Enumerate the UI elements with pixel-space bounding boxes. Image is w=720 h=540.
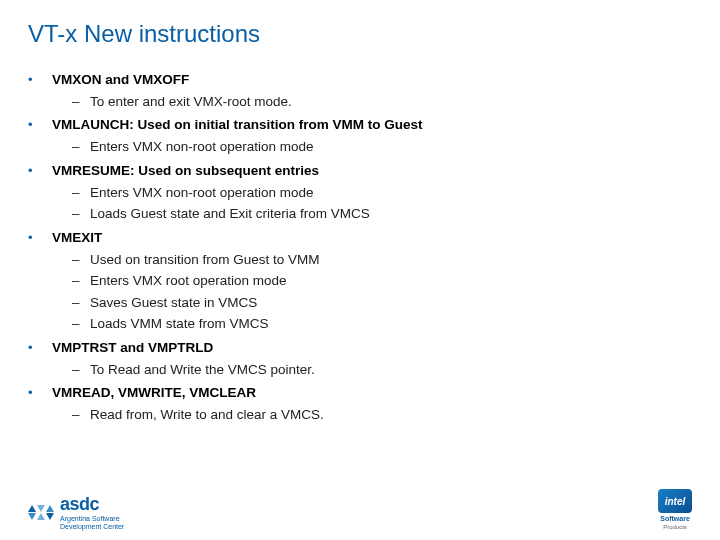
asdc-text: asdc Argentina Software Development Cent…: [60, 494, 124, 530]
sub-text: Loads VMM state from VMCS: [90, 314, 269, 334]
footer: asdc Argentina Software Development Cent…: [0, 489, 720, 530]
sub-text: To enter and exit VMX-root mode.: [90, 92, 292, 112]
item-head: VMRESUME: Used on subsequent entries: [52, 161, 319, 181]
bullet-icon: •: [28, 115, 52, 135]
asdc-logo-block: asdc Argentina Software Development Cent…: [28, 494, 124, 530]
asdc-triangles-icon: [28, 505, 54, 520]
slide-title: VT-x New instructions: [28, 20, 692, 48]
sub-item: –Enters VMX non-root operation mode: [28, 183, 692, 203]
item-head: VMXON and VMXOFF: [52, 70, 189, 90]
sub-item: –Enters VMX non-root operation mode: [28, 137, 692, 157]
sub-text: Read from, Write to and clear a VMCS.: [90, 405, 324, 425]
sub-text: Used on transition from Guest to VMM: [90, 250, 320, 270]
sub-text: To Read and Write the VMCS pointer.: [90, 360, 315, 380]
sub-item: –To Read and Write the VMCS pointer.: [28, 360, 692, 380]
dash-icon: –: [72, 183, 90, 203]
intel-sub: Software: [660, 515, 690, 522]
content-list: • VMXON and VMXOFF –To enter and exit VM…: [28, 70, 692, 425]
sub-item: –To enter and exit VMX-root mode.: [28, 92, 692, 112]
dash-icon: –: [72, 293, 90, 313]
bullet-icon: •: [28, 70, 52, 90]
dash-icon: –: [72, 405, 90, 425]
sub-text: Enters VMX root operation mode: [90, 271, 287, 291]
list-item: • VMLAUNCH: Used on initial transition f…: [28, 115, 692, 135]
item-head: VMPTRST and VMPTRLD: [52, 338, 213, 358]
intel-sub2: Products: [663, 524, 687, 530]
sub-item: –Loads Guest state and Exit criteria fro…: [28, 204, 692, 224]
dash-icon: –: [72, 250, 90, 270]
sub-item: –Read from, Write to and clear a VMCS.: [28, 405, 692, 425]
dash-icon: –: [72, 314, 90, 334]
sub-text: Loads Guest state and Exit criteria from…: [90, 204, 370, 224]
list-item: • VMPTRST and VMPTRLD: [28, 338, 692, 358]
item-head: VMREAD, VMWRITE, VMCLEAR: [52, 383, 256, 403]
sub-text: Enters VMX non-root operation mode: [90, 137, 314, 157]
slide: VT-x New instructions • VMXON and VMXOFF…: [0, 0, 720, 540]
bullet-icon: •: [28, 338, 52, 358]
sub-item: –Used on transition from Guest to VMM: [28, 250, 692, 270]
list-item: • VMEXIT: [28, 228, 692, 248]
item-head: VMLAUNCH: Used on initial transition fro…: [52, 115, 423, 135]
sub-text: Enters VMX non-root operation mode: [90, 183, 314, 203]
asdc-line1: Argentina Software: [60, 515, 124, 522]
sub-item: –Saves Guest state in VMCS: [28, 293, 692, 313]
dash-icon: –: [72, 137, 90, 157]
item-head: VMEXIT: [52, 228, 102, 248]
list-item: • VMREAD, VMWRITE, VMCLEAR: [28, 383, 692, 403]
bullet-icon: •: [28, 228, 52, 248]
asdc-line2: Development Center: [60, 523, 124, 530]
list-item: • VMXON and VMXOFF: [28, 70, 692, 90]
bullet-icon: •: [28, 383, 52, 403]
intel-logo-block: intel Software Products: [658, 489, 692, 530]
intel-chip-icon: intel: [658, 489, 692, 513]
sub-item: –Loads VMM state from VMCS: [28, 314, 692, 334]
sub-item: –Enters VMX root operation mode: [28, 271, 692, 291]
dash-icon: –: [72, 92, 90, 112]
sub-text: Saves Guest state in VMCS: [90, 293, 257, 313]
asdc-name: asdc: [60, 494, 124, 515]
list-item: • VMRESUME: Used on subsequent entries: [28, 161, 692, 181]
bullet-icon: •: [28, 161, 52, 181]
dash-icon: –: [72, 204, 90, 224]
dash-icon: –: [72, 360, 90, 380]
dash-icon: –: [72, 271, 90, 291]
